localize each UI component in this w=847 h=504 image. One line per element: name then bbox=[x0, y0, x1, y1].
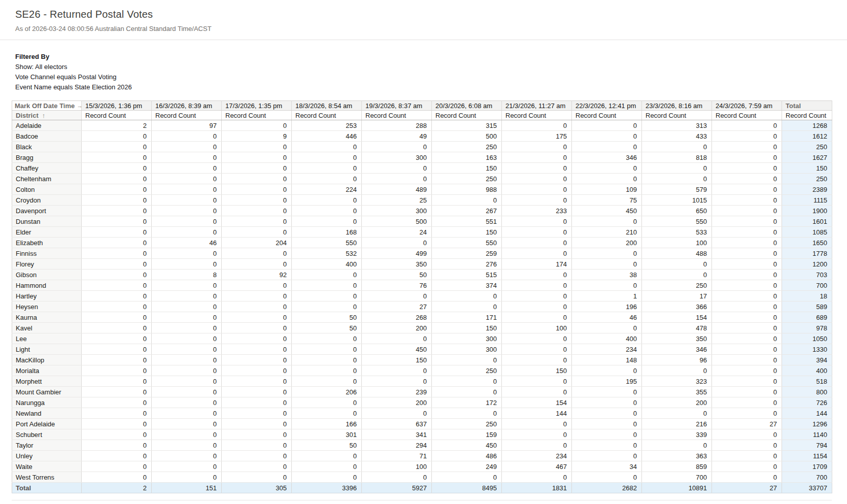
column-header-date[interactable]: 16/3/2026, 8:39 am bbox=[152, 101, 222, 111]
value-cell: 50 bbox=[292, 312, 362, 323]
column-header-total[interactable]: Total bbox=[782, 101, 832, 111]
column-total-cell: 2682 bbox=[572, 483, 642, 493]
column-header-date[interactable]: 19/3/2026, 8:37 am bbox=[362, 101, 432, 111]
district-cell: Dunstan bbox=[12, 216, 82, 227]
value-cell: 0 bbox=[292, 408, 362, 419]
page-title: SE26 - Returned Postal Votes bbox=[15, 9, 212, 20]
value-cell: 0 bbox=[222, 440, 292, 451]
value-cell: 0 bbox=[82, 355, 152, 365]
column-total-cell: 10891 bbox=[642, 483, 712, 493]
value-cell: 0 bbox=[712, 451, 782, 461]
value-cell: 250 bbox=[432, 142, 502, 152]
value-cell: 171 bbox=[432, 312, 502, 323]
table-row: Newland000000144000144 bbox=[12, 408, 832, 419]
value-cell: 0 bbox=[222, 376, 292, 387]
value-cell: 150 bbox=[432, 163, 502, 174]
value-cell: 0 bbox=[222, 195, 292, 206]
value-cell: 0 bbox=[362, 376, 432, 387]
value-cell: 195 bbox=[572, 376, 642, 387]
value-cell: 400 bbox=[292, 259, 362, 270]
value-cell: 0 bbox=[82, 163, 152, 174]
value-cell: 0 bbox=[292, 152, 362, 163]
value-cell: 196 bbox=[572, 301, 642, 312]
district-cell: MacKillop bbox=[12, 355, 82, 365]
value-cell: 500 bbox=[362, 216, 432, 227]
value-cell: 446 bbox=[292, 131, 362, 142]
filters-heading: Filtered By bbox=[15, 52, 132, 62]
value-cell: 0 bbox=[222, 120, 292, 131]
table-row: Unley000071486234036301154 bbox=[12, 451, 832, 461]
filter-item: Event Name equals State Election 2026 bbox=[15, 82, 132, 92]
column-header-date[interactable]: 17/3/2026, 1:35 pm bbox=[222, 101, 292, 111]
row-group-header[interactable]: District↑ bbox=[12, 111, 82, 120]
row-total-cell: 144 bbox=[782, 408, 832, 419]
value-cell: 0 bbox=[502, 248, 572, 259]
value-cell: 50 bbox=[292, 440, 362, 451]
value-cell: 38 bbox=[572, 270, 642, 280]
value-cell: 0 bbox=[502, 344, 572, 355]
value-cell: 0 bbox=[152, 451, 222, 461]
table-row: Finniss0005324992590048801778 bbox=[12, 248, 832, 259]
value-cell: 0 bbox=[502, 142, 572, 152]
value-cell: 71 bbox=[362, 451, 432, 461]
value-cell: 315 bbox=[432, 120, 502, 131]
value-cell: 0 bbox=[82, 472, 152, 483]
value-cell: 150 bbox=[362, 355, 432, 365]
district-cell: Colton bbox=[12, 184, 82, 195]
value-cell: 0 bbox=[572, 419, 642, 429]
value-cell: 268 bbox=[362, 312, 432, 323]
value-cell: 267 bbox=[432, 206, 502, 216]
value-cell: 0 bbox=[502, 152, 572, 163]
column-group-header[interactable]: Mark Off Date Time → bbox=[12, 101, 82, 111]
value-cell: 0 bbox=[642, 408, 712, 419]
value-cell: 323 bbox=[642, 376, 712, 387]
value-cell: 0 bbox=[502, 440, 572, 451]
table-row: Florey0004003502761740001200 bbox=[12, 259, 832, 270]
value-cell: 0 bbox=[712, 163, 782, 174]
value-cell: 300 bbox=[432, 344, 502, 355]
row-total-cell: 1200 bbox=[782, 259, 832, 270]
value-cell: 0 bbox=[292, 195, 362, 206]
district-cell: Waite bbox=[12, 461, 82, 472]
value-cell: 8 bbox=[152, 270, 222, 280]
row-total-cell: 1330 bbox=[782, 344, 832, 355]
value-cell: 0 bbox=[432, 291, 502, 301]
value-cell: 0 bbox=[152, 184, 222, 195]
value-cell: 0 bbox=[152, 333, 222, 344]
district-cell: Taylor bbox=[12, 440, 82, 451]
value-cell: 0 bbox=[712, 259, 782, 270]
value-cell: 300 bbox=[362, 206, 432, 216]
value-cell: 150 bbox=[432, 323, 502, 333]
table-row: Bragg0000300163034681801627 bbox=[12, 152, 832, 163]
value-cell: 0 bbox=[712, 333, 782, 344]
column-header-date[interactable]: 20/3/2026, 6:08 am bbox=[432, 101, 502, 111]
value-cell: 0 bbox=[712, 365, 782, 376]
row-total-cell: 1627 bbox=[782, 152, 832, 163]
district-cell: Hartley bbox=[12, 291, 82, 301]
column-header-date[interactable]: 24/3/2026, 7:59 am bbox=[712, 101, 782, 111]
value-cell: 166 bbox=[292, 419, 362, 429]
table-row: Lee00000300040035001050 bbox=[12, 333, 832, 344]
column-header-date[interactable]: 15/3/2026, 1:36 pm bbox=[82, 101, 152, 111]
row-total-cell: 394 bbox=[782, 355, 832, 365]
value-cell: 1015 bbox=[642, 195, 712, 206]
value-cell: 450 bbox=[432, 440, 502, 451]
table-body: Adelaide29702532883150031301268Badcoe009… bbox=[12, 120, 832, 493]
value-cell: 0 bbox=[222, 323, 292, 333]
column-header-date[interactable]: 18/3/2026, 8:54 am bbox=[292, 101, 362, 111]
column-header-date[interactable]: 21/3/2026, 11:27 am bbox=[502, 101, 572, 111]
value-cell: 0 bbox=[712, 174, 782, 184]
value-cell: 500 bbox=[432, 131, 502, 142]
district-cell: Chaffey bbox=[12, 163, 82, 174]
district-cell: Unley bbox=[12, 451, 82, 461]
column-header-date[interactable]: 22/3/2026, 12:41 pm bbox=[572, 101, 642, 111]
value-cell: 700 bbox=[642, 472, 712, 483]
table-row: Mount Gambier0002062390003550800 bbox=[12, 387, 832, 397]
table-row: Morphett00000001953230518 bbox=[12, 376, 832, 387]
table-row: Adelaide29702532883150031301268 bbox=[12, 120, 832, 131]
value-cell: 0 bbox=[292, 397, 362, 408]
column-header-date[interactable]: 23/3/2026, 8:16 am bbox=[642, 101, 712, 111]
value-cell: 350 bbox=[642, 333, 712, 344]
row-total-cell: 1709 bbox=[782, 461, 832, 472]
district-cell: Badcoe bbox=[12, 131, 82, 142]
